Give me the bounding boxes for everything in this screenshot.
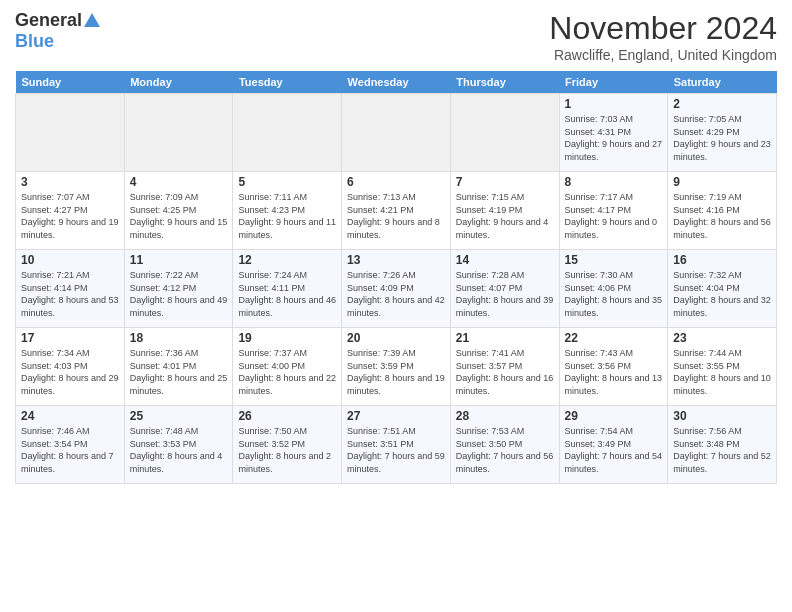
day-number: 7 <box>456 175 554 189</box>
col-thursday: Thursday <box>450 71 559 94</box>
table-cell <box>450 94 559 172</box>
table-cell: 6Sunrise: 7:13 AM Sunset: 4:21 PM Daylig… <box>342 172 451 250</box>
day-number: 20 <box>347 331 445 345</box>
table-cell: 14Sunrise: 7:28 AM Sunset: 4:07 PM Dayli… <box>450 250 559 328</box>
day-number: 21 <box>456 331 554 345</box>
day-number: 16 <box>673 253 771 267</box>
table-cell <box>124 94 233 172</box>
day-number: 11 <box>130 253 228 267</box>
location-text: Rawcliffe, England, United Kingdom <box>549 47 777 63</box>
table-cell: 16Sunrise: 7:32 AM Sunset: 4:04 PM Dayli… <box>668 250 777 328</box>
logo-blue-text: Blue <box>15 31 54 52</box>
col-saturday: Saturday <box>668 71 777 94</box>
week-row-5: 24Sunrise: 7:46 AM Sunset: 3:54 PM Dayli… <box>16 406 777 484</box>
table-cell: 7Sunrise: 7:15 AM Sunset: 4:19 PM Daylig… <box>450 172 559 250</box>
day-info: Sunrise: 7:44 AM Sunset: 3:55 PM Dayligh… <box>673 347 771 397</box>
logo-triangle-icon <box>84 13 100 27</box>
table-cell: 3Sunrise: 7:07 AM Sunset: 4:27 PM Daylig… <box>16 172 125 250</box>
day-info: Sunrise: 7:07 AM Sunset: 4:27 PM Dayligh… <box>21 191 119 241</box>
day-info: Sunrise: 7:39 AM Sunset: 3:59 PM Dayligh… <box>347 347 445 397</box>
day-info: Sunrise: 7:21 AM Sunset: 4:14 PM Dayligh… <box>21 269 119 319</box>
table-cell: 23Sunrise: 7:44 AM Sunset: 3:55 PM Dayli… <box>668 328 777 406</box>
day-info: Sunrise: 7:32 AM Sunset: 4:04 PM Dayligh… <box>673 269 771 319</box>
day-info: Sunrise: 7:34 AM Sunset: 4:03 PM Dayligh… <box>21 347 119 397</box>
col-monday: Monday <box>124 71 233 94</box>
col-wednesday: Wednesday <box>342 71 451 94</box>
month-title: November 2024 <box>549 10 777 47</box>
day-number: 30 <box>673 409 771 423</box>
table-cell <box>233 94 342 172</box>
table-cell: 30Sunrise: 7:56 AM Sunset: 3:48 PM Dayli… <box>668 406 777 484</box>
day-info: Sunrise: 7:56 AM Sunset: 3:48 PM Dayligh… <box>673 425 771 475</box>
day-number: 5 <box>238 175 336 189</box>
day-number: 6 <box>347 175 445 189</box>
col-tuesday: Tuesday <box>233 71 342 94</box>
table-cell: 9Sunrise: 7:19 AM Sunset: 4:16 PM Daylig… <box>668 172 777 250</box>
day-number: 1 <box>565 97 663 111</box>
table-cell: 13Sunrise: 7:26 AM Sunset: 4:09 PM Dayli… <box>342 250 451 328</box>
table-cell: 22Sunrise: 7:43 AM Sunset: 3:56 PM Dayli… <box>559 328 668 406</box>
day-info: Sunrise: 7:30 AM Sunset: 4:06 PM Dayligh… <box>565 269 663 319</box>
day-info: Sunrise: 7:09 AM Sunset: 4:25 PM Dayligh… <box>130 191 228 241</box>
week-row-3: 10Sunrise: 7:21 AM Sunset: 4:14 PM Dayli… <box>16 250 777 328</box>
day-info: Sunrise: 7:05 AM Sunset: 4:29 PM Dayligh… <box>673 113 771 163</box>
day-info: Sunrise: 7:54 AM Sunset: 3:49 PM Dayligh… <box>565 425 663 475</box>
day-info: Sunrise: 7:46 AM Sunset: 3:54 PM Dayligh… <box>21 425 119 475</box>
table-cell: 20Sunrise: 7:39 AM Sunset: 3:59 PM Dayli… <box>342 328 451 406</box>
table-cell: 2Sunrise: 7:05 AM Sunset: 4:29 PM Daylig… <box>668 94 777 172</box>
week-row-2: 3Sunrise: 7:07 AM Sunset: 4:27 PM Daylig… <box>16 172 777 250</box>
table-cell: 29Sunrise: 7:54 AM Sunset: 3:49 PM Dayli… <box>559 406 668 484</box>
day-number: 2 <box>673 97 771 111</box>
table-cell: 24Sunrise: 7:46 AM Sunset: 3:54 PM Dayli… <box>16 406 125 484</box>
table-cell: 11Sunrise: 7:22 AM Sunset: 4:12 PM Dayli… <box>124 250 233 328</box>
day-number: 29 <box>565 409 663 423</box>
day-info: Sunrise: 7:19 AM Sunset: 4:16 PM Dayligh… <box>673 191 771 241</box>
table-cell <box>342 94 451 172</box>
day-info: Sunrise: 7:26 AM Sunset: 4:09 PM Dayligh… <box>347 269 445 319</box>
table-cell: 26Sunrise: 7:50 AM Sunset: 3:52 PM Dayli… <box>233 406 342 484</box>
day-info: Sunrise: 7:41 AM Sunset: 3:57 PM Dayligh… <box>456 347 554 397</box>
table-cell: 1Sunrise: 7:03 AM Sunset: 4:31 PM Daylig… <box>559 94 668 172</box>
day-info: Sunrise: 7:50 AM Sunset: 3:52 PM Dayligh… <box>238 425 336 475</box>
col-sunday: Sunday <box>16 71 125 94</box>
logo-general-text: General <box>15 10 82 31</box>
table-cell: 17Sunrise: 7:34 AM Sunset: 4:03 PM Dayli… <box>16 328 125 406</box>
day-number: 25 <box>130 409 228 423</box>
day-number: 9 <box>673 175 771 189</box>
day-number: 3 <box>21 175 119 189</box>
calendar-table: Sunday Monday Tuesday Wednesday Thursday… <box>15 71 777 484</box>
table-cell: 25Sunrise: 7:48 AM Sunset: 3:53 PM Dayli… <box>124 406 233 484</box>
day-info: Sunrise: 7:03 AM Sunset: 4:31 PM Dayligh… <box>565 113 663 163</box>
calendar-header-row: Sunday Monday Tuesday Wednesday Thursday… <box>16 71 777 94</box>
table-cell: 18Sunrise: 7:36 AM Sunset: 4:01 PM Dayli… <box>124 328 233 406</box>
table-cell: 12Sunrise: 7:24 AM Sunset: 4:11 PM Dayli… <box>233 250 342 328</box>
day-info: Sunrise: 7:22 AM Sunset: 4:12 PM Dayligh… <box>130 269 228 319</box>
day-number: 22 <box>565 331 663 345</box>
table-cell: 5Sunrise: 7:11 AM Sunset: 4:23 PM Daylig… <box>233 172 342 250</box>
day-number: 17 <box>21 331 119 345</box>
day-number: 24 <box>21 409 119 423</box>
day-info: Sunrise: 7:28 AM Sunset: 4:07 PM Dayligh… <box>456 269 554 319</box>
table-cell: 27Sunrise: 7:51 AM Sunset: 3:51 PM Dayli… <box>342 406 451 484</box>
day-info: Sunrise: 7:15 AM Sunset: 4:19 PM Dayligh… <box>456 191 554 241</box>
day-number: 15 <box>565 253 663 267</box>
day-info: Sunrise: 7:24 AM Sunset: 4:11 PM Dayligh… <box>238 269 336 319</box>
day-number: 14 <box>456 253 554 267</box>
day-number: 28 <box>456 409 554 423</box>
table-cell: 19Sunrise: 7:37 AM Sunset: 4:00 PM Dayli… <box>233 328 342 406</box>
page-header: General Blue November 2024 Rawcliffe, En… <box>15 10 777 63</box>
title-section: November 2024 Rawcliffe, England, United… <box>549 10 777 63</box>
table-cell <box>16 94 125 172</box>
day-number: 4 <box>130 175 228 189</box>
col-friday: Friday <box>559 71 668 94</box>
table-cell: 8Sunrise: 7:17 AM Sunset: 4:17 PM Daylig… <box>559 172 668 250</box>
table-cell: 21Sunrise: 7:41 AM Sunset: 3:57 PM Dayli… <box>450 328 559 406</box>
day-number: 18 <box>130 331 228 345</box>
day-number: 19 <box>238 331 336 345</box>
day-number: 23 <box>673 331 771 345</box>
day-number: 13 <box>347 253 445 267</box>
table-cell: 28Sunrise: 7:53 AM Sunset: 3:50 PM Dayli… <box>450 406 559 484</box>
logo: General Blue <box>15 10 100 52</box>
week-row-4: 17Sunrise: 7:34 AM Sunset: 4:03 PM Dayli… <box>16 328 777 406</box>
day-info: Sunrise: 7:17 AM Sunset: 4:17 PM Dayligh… <box>565 191 663 241</box>
